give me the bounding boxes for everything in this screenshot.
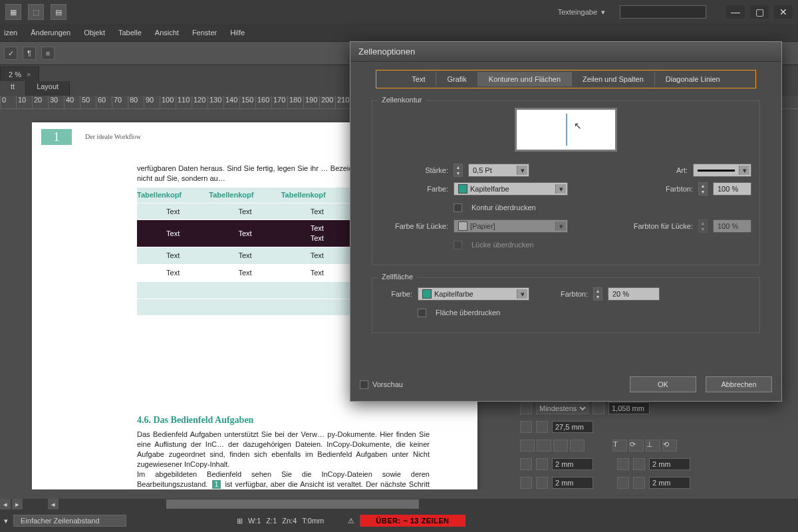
align-top-icon[interactable] [520, 440, 535, 452]
preview-checkbox[interactable] [360, 380, 368, 389]
td: Text [209, 247, 281, 265]
menu-item[interactable]: Änderungen [31, 29, 70, 37]
paragraph-style-dd[interactable]: Einfacher Zeilenabstand [13, 515, 126, 527]
gap-tint-stepper[interactable]: ▲▼ [698, 219, 708, 233]
stepper-icon[interactable] [633, 477, 645, 489]
scroll-right-button[interactable]: ▸ [12, 499, 23, 509]
chevron-down-icon: ▾ [555, 221, 566, 231]
ruler-tick: 120 [192, 96, 207, 108]
overset-indicator[interactable]: ÜBER: ~ 13 ZEILEN [360, 515, 465, 527]
ruler-tick: 170 [271, 96, 287, 108]
overprint-gap-checkbox[interactable] [454, 241, 462, 249]
weight-label: Stärke: [380, 166, 448, 174]
cancel-button[interactable]: Abbrechen [706, 376, 772, 392]
td: Text [209, 264, 281, 281]
gap-color-dropdown[interactable]: [Papier]▾ [454, 219, 568, 233]
pilcrow-icon[interactable]: ¶ [23, 47, 36, 60]
tab-text[interactable]: Text [401, 72, 436, 86]
text-rotate-180-icon[interactable]: ⊥ [646, 440, 660, 452]
scroll-left-arrow[interactable]: ◂ [48, 499, 59, 509]
document-tab[interactable]: 2 % × [0, 66, 39, 81]
ruler-tick: 140 [223, 96, 239, 108]
menu-item[interactable]: Fenster [192, 29, 217, 37]
stepper-icon[interactable] [536, 421, 548, 433]
overprint-stroke-label: Kontur überdrucken [471, 203, 536, 211]
workspace-dropdown[interactable]: Texteingabe ▾ [558, 8, 605, 17]
window-close-button[interactable]: ✕ [774, 5, 793, 19]
ruler-tick: 210 [335, 96, 351, 108]
fill-color-dropdown[interactable]: Kapitelfarbe▾ [418, 287, 529, 301]
stepper-icon[interactable] [593, 402, 604, 414]
stroke-tint-label: Farbton: [576, 185, 693, 193]
weight-stepper[interactable]: ▲▼ [454, 164, 463, 177]
menu-item[interactable]: Hilfe [230, 29, 245, 37]
stroke-color-dropdown[interactable]: Kapitelfarbe▾ [454, 182, 568, 196]
inset-right-input[interactable] [649, 477, 690, 489]
stroke-type-dropdown[interactable]: ▾ [693, 164, 751, 177]
dialog-titlebar[interactable]: Zellenoptionen [350, 42, 781, 62]
mode-tab-layout[interactable]: Layout [26, 81, 70, 96]
tab-grafik[interactable]: Grafik [436, 72, 477, 86]
row-height-icon [520, 402, 532, 414]
text-rotate-0-icon[interactable]: T [612, 440, 627, 452]
menu-flyout-icon[interactable]: ≡ [41, 47, 55, 60]
search-input[interactable] [620, 5, 706, 19]
status-pos-w: W:1 [248, 517, 261, 525]
align-bottom-icon[interactable] [553, 440, 568, 452]
inset-left-input[interactable] [649, 458, 690, 470]
inset-top-input[interactable] [552, 458, 593, 470]
status-pos-t: T:0mm [302, 517, 324, 525]
scrollbar-thumb[interactable] [166, 499, 419, 509]
numbered-badge-icon: 1 [212, 480, 221, 489]
align-justify-icon[interactable] [570, 440, 585, 452]
col-width-input[interactable] [552, 421, 593, 433]
horizontal-scrollbar[interactable]: ◂ ▸ ◂ [0, 499, 798, 509]
stroke-tint-stepper[interactable]: ▲▼ [698, 182, 708, 196]
menu-item[interactable]: izen [4, 29, 17, 37]
text-rotate-270-icon[interactable]: ⟲ [662, 440, 677, 452]
stroke-proxy-preview[interactable]: ↖ [515, 108, 617, 152]
menu-item[interactable]: Tabelle [118, 29, 142, 37]
tab-zeilen[interactable]: Zeilen und Spalten [572, 72, 655, 86]
toolbar-btn-3[interactable]: ▤ [51, 4, 66, 20]
tab-konturen[interactable]: Konturen und Flächen [478, 72, 572, 86]
cursor-icon: ↖ [574, 120, 582, 131]
inset-bottom-input[interactable] [552, 477, 593, 489]
toolbar-btn-2[interactable]: ⬚ [28, 4, 44, 20]
preview-label: Vorschau [372, 380, 403, 388]
td: Text [209, 220, 281, 247]
toolbar-btn-1[interactable]: ▦ [5, 4, 21, 20]
stroke-tint-input[interactable]: 100 % [713, 182, 751, 196]
text-rotate-90-icon[interactable]: ⟳ [629, 440, 644, 452]
ruler-tick: 80 [128, 96, 144, 108]
spellcheck-icon[interactable]: ✓ [4, 47, 17, 60]
window-maximize-button[interactable]: ▢ [750, 5, 769, 19]
weight-dropdown[interactable]: 0,5 Pt▾ [468, 164, 529, 177]
status-zoom-icon[interactable]: ▾ [4, 517, 8, 525]
sample-table[interactable]: TabellenkopfTabellenkopfTabellenkopf Tex… [137, 188, 353, 317]
row-height-input[interactable] [608, 402, 650, 414]
ruler-tick: 100 [160, 96, 176, 108]
overprint-stroke-checkbox[interactable] [454, 203, 462, 212]
stepper-icon[interactable] [633, 458, 645, 470]
overprint-fill-checkbox[interactable] [418, 309, 426, 317]
inset-bottom-icon [520, 477, 532, 489]
row-height-mode-dd[interactable]: Mindestens [536, 402, 589, 414]
fill-tint-stepper[interactable]: ▲▼ [593, 287, 602, 301]
tab-diagonale[interactable]: Diagonale Linien [655, 72, 731, 86]
fill-tint-input[interactable]: 20 % [608, 287, 660, 301]
scroll-left-button[interactable]: ◂ [0, 499, 11, 509]
stroke-legend: Zellenkontur [378, 96, 426, 104]
align-middle-icon[interactable] [537, 440, 551, 452]
menu-item[interactable]: Ansicht [155, 29, 179, 37]
gap-tint-input[interactable]: 100 % [713, 219, 751, 233]
ok-button[interactable]: OK [630, 376, 696, 392]
close-tab-icon[interactable]: × [27, 70, 31, 78]
td: Text [137, 203, 209, 220]
stepper-icon[interactable] [536, 458, 548, 470]
menu-item[interactable]: Objekt [84, 29, 105, 37]
mode-tab[interactable]: tt [0, 81, 26, 96]
window-minimize-button[interactable]: — [726, 5, 745, 19]
stepper-icon[interactable] [536, 477, 548, 489]
inset-left-icon [617, 458, 629, 470]
